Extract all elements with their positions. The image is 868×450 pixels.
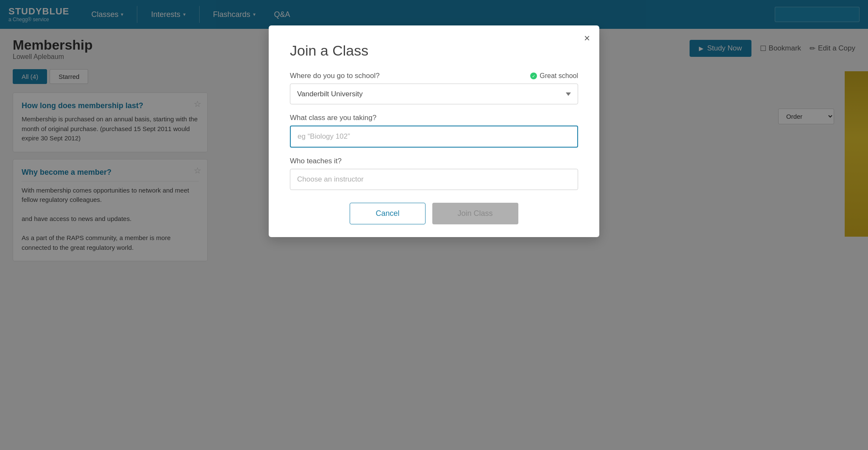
school-label: Where do you go to school? [290,72,380,80]
join-class-modal: × Join a Class Where do you go to school… [269,25,599,237]
great-school-indicator: ✓ Great school [530,72,578,80]
join-class-button[interactable]: Join Class [432,203,518,224]
instructor-label: Who teaches it? [290,157,342,165]
modal-actions: Cancel Join Class [290,203,578,224]
modal-overlay[interactable]: × Join a Class Where do you go to school… [0,0,868,450]
school-section: Where do you go to school? ✓ Great schoo… [290,72,578,104]
cancel-button[interactable]: Cancel [350,203,425,224]
class-section: What class are you taking? [290,114,578,148]
class-input[interactable] [290,126,578,148]
instructor-label-row: Who teaches it? [290,157,578,165]
class-label-row: What class are you taking? [290,114,578,122]
instructor-input[interactable] [290,169,578,190]
modal-close-button[interactable]: × [584,33,590,43]
instructor-section: Who teaches it? [290,157,578,190]
great-school-icon: ✓ [530,73,537,79]
school-select[interactable]: Vanderbilt University [290,84,578,104]
school-label-row: Where do you go to school? ✓ Great schoo… [290,72,578,80]
modal-title: Join a Class [290,42,578,59]
class-label: What class are you taking? [290,114,376,122]
